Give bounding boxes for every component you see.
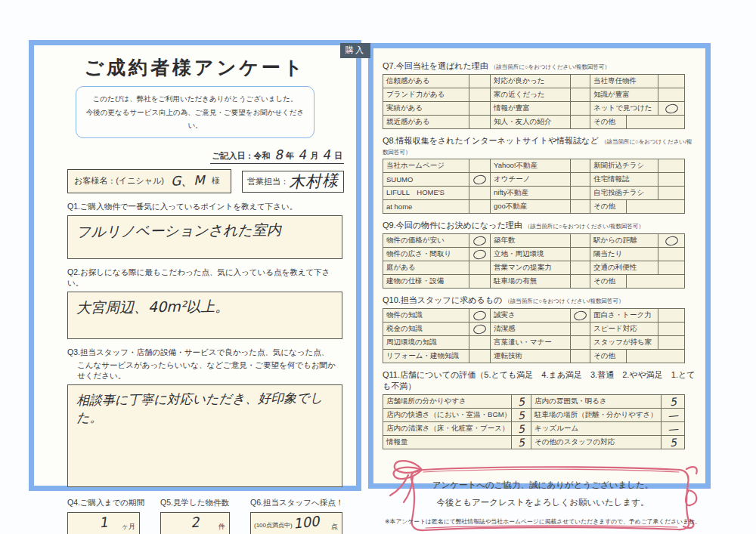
q11-score-cell: 5 [662,436,684,449]
q7-option-label: 親近感がある [383,116,469,128]
q8-option-label: SUUMO [383,173,469,186]
q7-mark-cell [469,102,491,115]
q8-option-label: その他 [590,200,627,213]
q8-title: Q8.情報収集をされたインターネットサイトや情報誌など （該当箇所に○をおつけく… [383,135,698,156]
q10-mark-cell [469,323,491,335]
q1-answer-box: フルリノベーションされた室内 [67,215,342,259]
q9-mark-cell [571,275,590,288]
q10-option-label: 清潔感 [491,323,571,335]
q7-mark-cell [469,116,491,128]
q10-mark-cell [469,336,491,349]
q6-handwritten-value: 100 [293,513,320,531]
q10-row: 周辺環境の知識言葉遣い・マナースタッフが持ち家 [383,336,684,350]
q8-option-label: goo不動産 [491,200,571,213]
q8-option-label: LIFULL HOME'S [383,187,469,199]
q11-criterion-label: その他のスタッフの対応 [531,436,662,449]
q9-option-label: 立地・周辺環境 [491,248,571,261]
q7-note: （該当箇所に○をおつけください/複数回答可） [491,63,610,70]
q4-q6-row: Q4.ご購入までの期間 1 ヶ月 Q5.見学した物件数 2 件 Q6.担当スタッ… [67,498,342,534]
q10-mark-cell [571,309,590,322]
q8-option-label: 自宅投函チラシ [590,187,658,199]
q8-mark-cell [571,173,590,186]
q7-row: ブランド力がある家の近くだった知識が豊富 [383,88,684,102]
q10-mark-cell [571,323,590,335]
q2-label: Q2.お探しになる際に最もこだわった点、気に入っている点を教えて下さい。 [67,267,342,289]
fill-date-line: ご記入日：令和8年4月4日 [34,147,344,164]
handwritten-circle-mark [664,235,678,246]
q7-option-label: 信頼感がある [383,75,469,88]
q5-field: Q5.見学した物件数 2 件 [160,498,230,534]
q8-other-blank-cell [627,200,684,213]
q3-answer-box: 相談事に丁寧に対応いただき、好印象でした。 [67,384,342,487]
q10-note: （該当箇所に○をおつけください/複数回答可） [504,298,624,304]
q10-option-label: リフォーム・建物知識 [383,350,469,363]
handwritten-score: 5 [517,395,525,408]
q11-score-cell: — [662,409,684,421]
q10-mark-cell [571,350,590,363]
q11-criterion-label: キッズルーム [531,422,662,435]
q11-criterion-label: 店内の雰囲気・明るさ [531,395,662,408]
q7-option-label: 情報が豊富 [491,102,571,115]
sales-agent-label: 営業担当： [247,176,289,187]
handwritten-day: 4 [321,147,330,162]
handwritten-circle-mark [664,103,678,114]
q11-row: 店舗場所の分かりやすさ5店内の雰囲気・明るさ5 [383,395,684,409]
handwritten-year: 8 [274,147,283,162]
q9-option-label: その他 [590,275,627,288]
q8-option-table: 当社ホームページYahoo!不動産新聞折込チラシSUUMOオウチーノ住宅情報誌L… [383,159,685,214]
day-unit-label: 日 [334,151,342,160]
q8-mark-cell [571,187,590,199]
q11-title-text: Q11.店舗についての評価（5.とても満足 4.まあ満足 3.普通 2.やや満足… [383,370,696,390]
q6-unit-label: 点 [331,522,338,532]
q9-title: Q9.今回の物件にお決めになった理由 （該当箇所に○をおつけください/複数回答可… [383,220,698,231]
handwritten-customer-initials: G、M [170,171,205,190]
q9-mark-cell [658,248,684,261]
q1-label: Q1.ご購入物件で一番気に入っているポイントを教えて下さい。 [67,202,342,212]
q10-option-label: 面白さ・トーク力 [590,309,658,322]
intro-message-box: このたびは、弊社をご利用いただきありがとうございました。 今後の更なるサービス向… [76,86,314,138]
q11-score-cell: 5 [512,422,531,435]
q9-mark-cell [469,261,491,274]
q7-mark-cell [571,88,590,101]
thank-you-line1: アンケートへのご協力、誠にありがとうございました。 [384,477,702,494]
q7-option-label: 当社専任物件 [590,75,658,88]
q8-option-label: オウチーノ [491,173,571,186]
q10-option-label: 周辺環境の知識 [383,336,469,349]
q9-note: （該当箇所に○をおつけください/複数回答可） [525,223,644,230]
handwritten-circle-mark [472,310,487,321]
q7-mark-cell [571,102,590,115]
thank-you-line2: 今後ともアークレストをよろしくお願いいたします。 [384,494,702,511]
q11-score-cell: 5 [662,395,684,408]
q9-option-label: 駅からの距離 [590,234,658,247]
q8-option-label: 住宅情報誌 [590,173,658,186]
sales-agent-field: 営業担当： 木村様 [242,171,344,193]
q9-row: 庭がある営業マンの提案力交通の利便性 [383,261,684,275]
q11-row: 店内の快適さ（におい・室温・BGM）5駐車場の場所（距離・分かりやすさ）— [383,409,684,422]
q7-row: 信頼感がある対応が良かった当社専任物件 [383,75,684,88]
q11-score-cell: 5 [512,436,531,449]
q11-title: Q11.店舗についての評価（5.とても満足 4.まあ満足 3.普通 2.やや満足… [383,369,698,392]
q8-mark-cell [469,159,491,172]
q4-handwritten-value: 1 [98,514,109,531]
handwritten-score: 5 [669,436,677,449]
q7-option-label: 実績がある [383,102,469,115]
handwritten-score: 5 [669,395,677,408]
q8-row: LIFULL HOME'Snifty不動産自宅投函チラシ [383,187,684,200]
q7-mark-cell [658,102,684,115]
q8-title-text: Q8.情報収集をされたインターネットサイトや情報誌など [383,136,599,145]
q7-option-label: 知人・友人の紹介 [491,116,571,128]
q9-option-label: 駐車場の有無 [491,275,571,288]
q2-answer-box: 大宮周辺、40m²以上。 [67,292,342,339]
q11-criterion-label: 店内の快適さ（におい・室温・BGM） [383,409,512,421]
q10-mark-cell [469,309,491,322]
q7-row: 親近感がある知人・友人の紹介その他 [383,116,684,128]
q10-option-label: 運転技術 [491,350,571,363]
q8-option-label: 当社ホームページ [383,159,469,172]
handwritten-circle-mark [472,235,487,246]
q5-label: Q5.見学した物件数 [160,498,230,508]
q7-mark-cell [571,116,590,128]
handwritten-score: — [667,422,678,435]
q9-option-label: 物件の価格が安い [383,234,469,247]
intro-line-1: このたびは、弊社をご利用いただきありがとうございました。 [82,92,308,106]
q10-mark-cell [658,323,684,335]
